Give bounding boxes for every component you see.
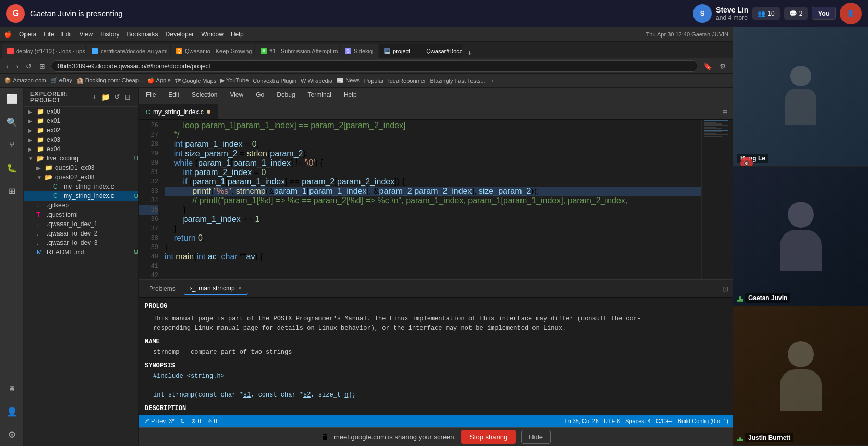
- history-menu-os[interactable]: History: [100, 31, 119, 38]
- bookmark-blazingly[interactable]: Blazingly Fast Tests...: [430, 78, 485, 84]
- forward-button[interactable]: ›: [14, 61, 21, 71]
- tree-item-gitkeep[interactable]: . .gitkeep: [24, 201, 138, 210]
- tree-item-qwasar-dev1[interactable]: . .qwasar_io_dev_1: [24, 219, 138, 229]
- developer-menu-os[interactable]: Developer: [166, 31, 194, 38]
- gaetan-head: [788, 202, 814, 228]
- window-menu-os[interactable]: Window: [201, 31, 224, 38]
- activity-search[interactable]: 🔍: [5, 115, 19, 129]
- terminal-menu[interactable]: Terminal: [305, 90, 334, 100]
- code-editor[interactable]: 2627282930 31323334 35 3637383940 414243…: [139, 120, 733, 279]
- panel-tab-terminal[interactable]: ›_ man strncmp ×: [184, 282, 248, 295]
- panel-maximize-btn[interactable]: ⊡: [722, 284, 728, 293]
- messages-button[interactable]: 💬 2: [784, 7, 808, 20]
- home-button[interactable]: ⊞: [37, 61, 47, 71]
- editor-layout-btn[interactable]: ≡: [717, 106, 733, 119]
- tree-item-quest01[interactable]: ▶ 📁 quest01_ex03: [24, 163, 138, 172]
- activity-git[interactable]: ⑂: [5, 138, 19, 152]
- bookmark-wikipedia[interactable]: W Wikipedia: [301, 78, 332, 84]
- bookmark-button[interactable]: 🔖: [701, 61, 714, 71]
- tree-item-quest02[interactable]: ▼ 📂 quest02_ex08: [24, 172, 138, 182]
- selection-menu[interactable]: Selection: [189, 90, 220, 100]
- file-menu-os[interactable]: File: [44, 31, 54, 38]
- tree-item-my-string-2[interactable]: C my_string_index.c U: [24, 191, 138, 201]
- hide-button[interactable]: Hide: [521, 430, 551, 444]
- tree-item-ex03[interactable]: ▶ 📁 ex03: [24, 135, 138, 144]
- activity-accounts[interactable]: 👤: [5, 404, 19, 419]
- gaetan-video: [733, 167, 868, 306]
- edit-menu[interactable]: Edit: [165, 90, 182, 100]
- collapse-btn[interactable]: ⊟: [123, 92, 132, 102]
- justin-bar-1: [737, 439, 739, 441]
- tree-item-ex00[interactable]: ▶ 📁 ex00: [24, 107, 138, 116]
- tree-item-my-string-1[interactable]: C my_string_index.c: [24, 182, 138, 191]
- new-file-btn[interactable]: +: [92, 92, 98, 102]
- stop-sharing-button[interactable]: Stop sharing: [461, 430, 516, 444]
- status-sync[interactable]: ↻: [180, 418, 185, 425]
- bookmark-news[interactable]: 📰 News: [337, 77, 360, 84]
- browser-tab-submission[interactable]: # #1 - Submission Attempt m...: [255, 44, 339, 58]
- view-menu-os[interactable]: View: [79, 31, 93, 38]
- help-menu-os[interactable]: Help: [231, 31, 244, 38]
- debug-menu[interactable]: Debug: [274, 90, 298, 100]
- code-text[interactable]: loop param_1[param_1_index] == param_2[p…: [163, 120, 701, 279]
- activity-explorer[interactable]: ⬜: [5, 92, 19, 106]
- vscode-area: 🍎 Opera File Edit View History Bookmarks…: [0, 27, 733, 446]
- go-menu[interactable]: Go: [253, 90, 267, 100]
- tree-item-ex01[interactable]: ▶ 📁 ex01: [24, 116, 138, 126]
- activity-extensions[interactable]: ⊞: [5, 183, 19, 198]
- browser-tab-cert[interactable]: certificate/docode-au.yaml: [86, 44, 170, 58]
- participants-button[interactable]: 👥 10: [752, 7, 779, 20]
- terminal-close-btn[interactable]: ×: [238, 284, 242, 292]
- status-branch[interactable]: ⎇ P dev_3*: [143, 418, 174, 425]
- status-language[interactable]: C/C++: [656, 418, 673, 424]
- bookmark-convextra[interactable]: Convextra Plugin: [253, 78, 296, 84]
- reload-button[interactable]: ↺: [23, 61, 34, 71]
- extensions-button[interactable]: ⚙: [717, 61, 728, 71]
- bookmark-apple[interactable]: 🍎 Apple: [147, 77, 171, 84]
- bookmark-booking[interactable]: 🏨 Booking.com: Cheap...: [77, 77, 143, 84]
- help-menu[interactable]: Help: [341, 90, 360, 100]
- editor-tab-my-string[interactable]: C my_string_index.c: [139, 104, 218, 119]
- tree-item-ex04[interactable]: ▶ 📁 ex04: [24, 144, 138, 154]
- edit-menu-os[interactable]: Edit: [61, 31, 72, 38]
- activity-debug[interactable]: 🐛: [5, 160, 19, 175]
- bookmark-popular[interactable]: Popular: [364, 78, 384, 84]
- tree-item-live-coding[interactable]: ▼ 📂 live_coding U: [24, 154, 138, 163]
- bookmarks-overflow[interactable]: ›: [492, 78, 494, 84]
- tree-item-readme[interactable]: M README.md M: [24, 247, 138, 257]
- status-build[interactable]: Build Config (0 of 1): [678, 418, 728, 424]
- browser-tab-project[interactable]: 💻 project — — Qwasar#Docode: [379, 44, 462, 58]
- back-button[interactable]: ‹: [4, 61, 11, 71]
- address-input[interactable]: l0bd53289-e9.docode.qwasar.io/#/home/doc…: [51, 60, 698, 72]
- bookmark-amazon[interactable]: 📦 Amazon.com: [4, 77, 46, 84]
- view-menu[interactable]: View: [227, 90, 246, 100]
- status-position[interactable]: Ln 35, Col 26: [564, 418, 598, 424]
- status-encoding[interactable]: UTF-8: [604, 418, 620, 424]
- panel-tab-problems[interactable]: Problems: [143, 283, 182, 294]
- code-line-31: while (param_1[param_1_index] != '\0') {: [165, 158, 701, 168]
- new-tab-button[interactable]: +: [463, 48, 476, 58]
- refresh-btn[interactable]: ↺: [113, 92, 121, 102]
- bookmark-idea[interactable]: IdeaReponmer: [388, 78, 426, 84]
- tree-item-qwasar-dev2[interactable]: . .qwasar_io_dev_2: [24, 229, 138, 238]
- bookmark-youtube[interactable]: ▶ YouTube: [220, 77, 249, 84]
- bookmark-gmaps[interactable]: 🗺 Google Maps: [175, 78, 216, 84]
- browser-tab-sidekiq[interactable]: S Sidekiq: [340, 44, 378, 58]
- tree-item-qwasar-dev3[interactable]: . .qwasar_io_dev_3: [24, 238, 138, 247]
- activity-remote[interactable]: 🖥: [5, 381, 19, 396]
- status-errors[interactable]: ⊗ 0: [191, 418, 201, 425]
- file-menu[interactable]: File: [143, 90, 159, 100]
- status-warnings[interactable]: ⚠ 0: [207, 418, 217, 425]
- status-spaces[interactable]: Spaces: 4: [625, 418, 651, 424]
- bookmark-ebay[interactable]: 🛒 eBay: [51, 77, 72, 84]
- browser-tab-deploy[interactable]: deploy (#1412) · Jobs · ups... ×: [2, 44, 85, 58]
- new-folder-btn[interactable]: 📁: [100, 92, 111, 102]
- browser-tab-qwasar[interactable]: Q Qwasar.io - Keep Growing...: [171, 44, 254, 58]
- apple-menu[interactable]: 🍎: [4, 31, 12, 38]
- bookmarks-menu-os[interactable]: Bookmarks: [127, 31, 158, 38]
- opera-menu[interactable]: Opera: [19, 31, 36, 38]
- tree-item-quest-toml[interactable]: T .quest.toml: [24, 210, 138, 219]
- activity-settings[interactable]: ⚙: [5, 427, 19, 442]
- tree-item-ex02[interactable]: ▶ 📁 ex02: [24, 126, 138, 135]
- justin-video: [733, 306, 868, 445]
